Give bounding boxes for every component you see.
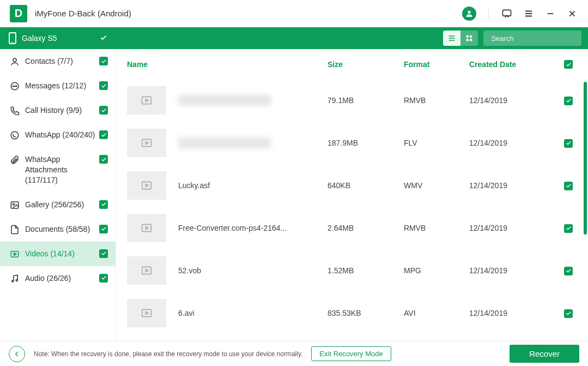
scrollbar[interactable] xyxy=(584,82,587,235)
doc-icon xyxy=(10,225,20,235)
chat-icon xyxy=(10,81,20,91)
sidebar-item-checkbox[interactable] xyxy=(99,249,108,258)
row-checkbox[interactable] xyxy=(564,139,573,148)
table-row[interactable]: Free-Converter.com-ps4-2164...2.64MBRMVB… xyxy=(127,209,573,247)
audio-icon xyxy=(10,274,20,284)
titlebar: D iMyFone D-Back (Android) xyxy=(0,0,588,27)
svg-rect-4 xyxy=(466,39,469,41)
grid-view-button[interactable] xyxy=(460,31,478,46)
col-date[interactable]: Created Date xyxy=(469,60,556,69)
file-date: 12/14/2019 xyxy=(469,266,556,275)
row-checkbox[interactable] xyxy=(564,266,573,275)
select-all-checkbox[interactable] xyxy=(564,59,573,69)
sidebar-item-checkbox[interactable] xyxy=(99,225,108,233)
account-icon[interactable] xyxy=(462,7,476,21)
sidebar-item-checkbox[interactable] xyxy=(99,81,108,90)
device-check-icon xyxy=(100,34,107,43)
file-format: MPG xyxy=(404,266,469,275)
table-row[interactable]: Lucky.asf640KBWMV12/14/2019 xyxy=(127,166,573,205)
row-checkbox[interactable] xyxy=(564,96,573,105)
video-thumbnail-icon xyxy=(127,256,166,285)
topbar: Galaxy S5 xyxy=(0,27,588,49)
topbar-right xyxy=(443,31,588,46)
sidebar-item-image[interactable]: Gallery (256/256) xyxy=(0,193,116,217)
sidebar-item-checkbox[interactable] xyxy=(99,274,108,283)
menu-icon[interactable] xyxy=(523,8,535,20)
search-box[interactable] xyxy=(483,31,581,46)
sidebar-item-label: Contacts (7/7) xyxy=(25,56,99,67)
sidebar-item-chat[interactable]: Messages (12/12) xyxy=(0,74,116,98)
svg-rect-19 xyxy=(142,139,151,146)
user-icon xyxy=(10,57,20,67)
feedback-icon[interactable] xyxy=(501,8,513,20)
sidebar-item-checkbox[interactable] xyxy=(99,57,108,65)
sidebar-item-checkbox[interactable] xyxy=(99,130,108,139)
file-size: 79.1MB xyxy=(328,96,404,105)
svg-rect-22 xyxy=(142,267,151,274)
sidebar-item-label: Audio (26/26) xyxy=(25,273,99,284)
search-input[interactable] xyxy=(491,34,583,43)
exit-recovery-button[interactable]: Exit Recovery Mode xyxy=(311,346,391,361)
sidebar-item-whatsapp[interactable]: WhatsApp (240/240) xyxy=(0,123,116,147)
row-checkbox[interactable] xyxy=(564,181,573,190)
svg-point-14 xyxy=(13,203,14,205)
file-date: 12/14/2019 xyxy=(469,139,556,147)
video-thumbnail-icon xyxy=(127,214,166,242)
footer: Note: When the recovery is done, please … xyxy=(0,341,588,366)
sidebar-item-doc[interactable]: Documents (58/58) xyxy=(0,217,116,242)
file-size: 640KB xyxy=(328,181,404,190)
sidebar-item-label: Messages (12/12) xyxy=(25,81,99,91)
table-row[interactable]: 187.9MBFLV12/14/2019 xyxy=(127,124,573,162)
close-icon[interactable] xyxy=(566,8,578,20)
svg-point-17 xyxy=(16,279,17,281)
sidebar-item-checkbox[interactable] xyxy=(99,106,108,115)
sidebar-item-user[interactable]: Contacts (7/7) xyxy=(0,49,116,74)
sidebar-item-label: WhatsApp (240/240) xyxy=(25,130,99,140)
video-icon xyxy=(10,249,20,259)
table-row[interactable]: 52.vob1.52MBMPG12/14/2019 xyxy=(127,251,573,290)
file-size: 187.9MB xyxy=(328,139,404,147)
col-format[interactable]: Format xyxy=(404,60,469,69)
whatsapp-icon xyxy=(10,130,20,140)
device-name: Galaxy S5 xyxy=(22,34,57,43)
file-date: 12/14/2019 xyxy=(469,309,556,317)
svg-rect-21 xyxy=(142,224,151,231)
svg-rect-2 xyxy=(466,35,469,38)
video-thumbnail-icon xyxy=(127,86,166,115)
sidebar-item-checkbox[interactable] xyxy=(99,200,108,209)
row-checkbox[interactable] xyxy=(564,309,573,318)
minimize-icon[interactable] xyxy=(544,8,556,20)
col-name[interactable]: Name xyxy=(127,60,328,69)
table-row[interactable]: 6.avi835.53KBAVI12/14/2019 xyxy=(127,294,573,332)
col-size[interactable]: Size xyxy=(328,60,404,69)
table-row[interactable]: 79.1MBRMVB12/14/2019 xyxy=(127,81,573,119)
back-button[interactable] xyxy=(9,346,25,362)
sidebar-item-clip[interactable]: WhatsApp Attachments (117/117) xyxy=(0,147,116,193)
app-title: iMyFone D-Back (Android) xyxy=(35,9,462,18)
list-view-button[interactable] xyxy=(443,31,460,46)
svg-point-0 xyxy=(468,10,470,13)
sidebar-item-audio[interactable]: Audio (26/26) xyxy=(0,266,116,291)
table-row[interactable]: 7.mov1.32MBMOV12/14/2019 xyxy=(127,337,573,341)
sidebar: Contacts (7/7)Messages (12/12)Call Histo… xyxy=(0,49,116,341)
file-format: AVI xyxy=(404,309,469,317)
recover-button[interactable]: Recover xyxy=(510,345,579,363)
table-body: 79.1MBRMVB12/14/2019187.9MBFLV12/14/2019… xyxy=(116,79,588,341)
phone-icon xyxy=(9,32,16,44)
file-format: RMVB xyxy=(404,224,469,232)
file-size: 2.64MB xyxy=(328,224,404,232)
sidebar-item-video[interactable]: Videos (14/14) xyxy=(0,242,116,266)
view-toggle xyxy=(443,31,478,46)
sidebar-item-phone[interactable]: Call History (9/9) xyxy=(0,98,116,123)
svg-point-12 xyxy=(11,131,19,139)
svg-rect-5 xyxy=(470,39,472,41)
row-checkbox[interactable] xyxy=(564,224,573,233)
device-selector[interactable]: Galaxy S5 xyxy=(0,32,116,44)
main: Contacts (7/7)Messages (12/12)Call Histo… xyxy=(0,49,588,341)
video-thumbnail-icon xyxy=(127,171,166,200)
file-size: 1.52MB xyxy=(328,266,404,275)
clip-icon xyxy=(10,155,20,165)
file-date: 12/14/2019 xyxy=(469,224,556,232)
sidebar-item-checkbox[interactable] xyxy=(99,155,108,164)
footer-note: Note: When the recovery is done, please … xyxy=(34,350,302,358)
